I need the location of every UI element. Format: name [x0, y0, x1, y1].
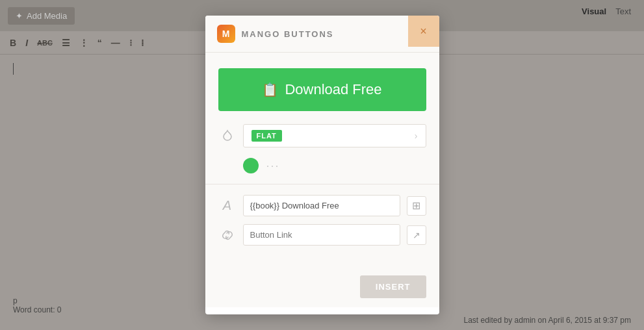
- color-dot[interactable]: [243, 158, 259, 173]
- chevron-right-icon: ›: [415, 131, 418, 141]
- style-badge: FLAT: [251, 130, 282, 142]
- button-text-input[interactable]: [243, 195, 400, 216]
- options-dots[interactable]: ···: [266, 159, 280, 173]
- close-icon: ×: [420, 25, 427, 38]
- font-icon: A: [218, 198, 237, 213]
- style-row: FLAT ›: [218, 124, 426, 147]
- modal-header: M Mango Buttons ×: [205, 16, 439, 53]
- book-icon: 📋: [262, 82, 278, 97]
- plus-square-icon: ⊞: [412, 199, 420, 212]
- modal-dialog: M Mango Buttons × 📋 Download Free: [205, 16, 439, 314]
- button-link-input[interactable]: [243, 224, 400, 246]
- logo-letter: M: [222, 29, 230, 39]
- style-selector[interactable]: FLAT ›: [243, 124, 426, 147]
- external-link-icon: ↗: [413, 230, 420, 240]
- insert-button[interactable]: INSERT: [360, 275, 426, 298]
- divider: [205, 184, 439, 184]
- modal-overlay: M Mango Buttons × 📋 Download Free: [0, 0, 644, 330]
- modal-footer: INSERT: [205, 269, 439, 307]
- modal-logo: M: [217, 25, 235, 43]
- modal-body: 📋 Download Free FLAT › ···: [205, 53, 439, 269]
- modal-close-button[interactable]: ×: [408, 16, 439, 47]
- text-row: A ⊞: [218, 195, 426, 216]
- add-icon-button[interactable]: ⊞: [407, 196, 426, 216]
- external-link-button[interactable]: ↗: [407, 225, 426, 245]
- link-row: ↗: [218, 224, 426, 246]
- preview-button-label: Download Free: [285, 81, 381, 98]
- link-icon: [218, 229, 237, 242]
- modal-title: Mango Buttons: [242, 29, 334, 39]
- insert-button-label: INSERT: [376, 282, 411, 292]
- color-row: ···: [243, 158, 426, 173]
- preview-download-button[interactable]: 📋 Download Free: [218, 68, 426, 111]
- style-icon: [218, 129, 237, 142]
